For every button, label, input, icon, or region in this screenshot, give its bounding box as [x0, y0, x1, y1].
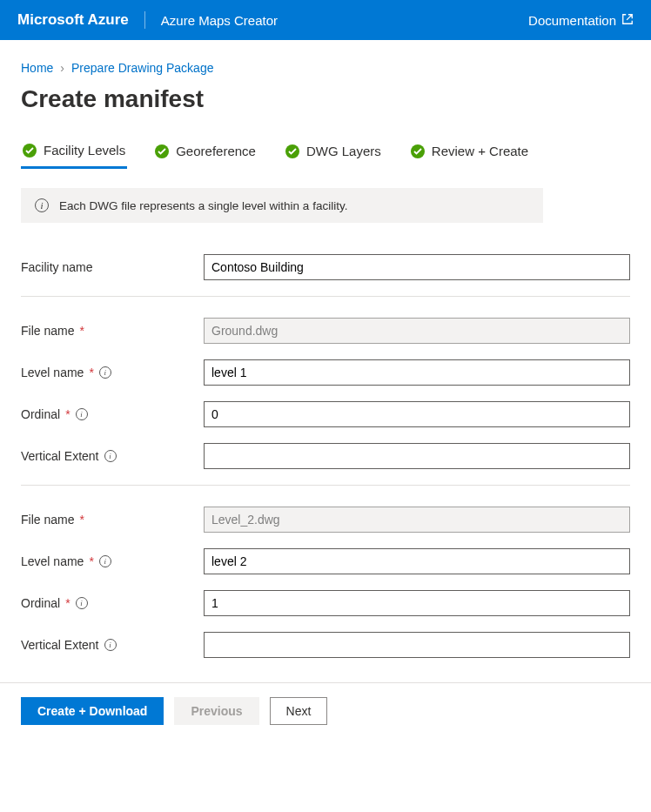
row-level-name: Level name* i — [21, 359, 630, 386]
tab-label: DWG Layers — [306, 144, 381, 158]
tab-dwg-layers[interactable]: DWG Layers — [284, 138, 383, 168]
tab-georeference[interactable]: Georeference — [153, 138, 258, 168]
facility-name-input[interactable] — [204, 254, 630, 280]
previous-button: Previous — [174, 697, 258, 725]
label-file-name: File name* — [21, 513, 204, 527]
breadcrumb: Home › Prepare Drawing Package — [21, 61, 630, 75]
row-file-name: File name* — [21, 318, 630, 344]
info-icon[interactable]: i — [104, 639, 117, 651]
row-ordinal: Ordinal* i — [21, 401, 630, 427]
check-circle-icon — [155, 144, 169, 158]
product-label: Azure Maps Creator — [161, 13, 278, 28]
file-name-input — [204, 318, 630, 344]
divider — [144, 11, 145, 29]
documentation-label: Documentation — [528, 13, 616, 28]
info-text: Each DWG file represents a single level … — [59, 199, 347, 212]
info-icon: i — [35, 198, 49, 212]
ordinal-input[interactable] — [204, 401, 630, 427]
separator — [21, 296, 630, 297]
breadcrumb-prepare[interactable]: Prepare Drawing Package — [71, 61, 213, 75]
row-vertical-extent: Vertical Extent i — [21, 632, 630, 658]
row-ordinal: Ordinal* i — [21, 590, 630, 616]
main-content: Home › Prepare Drawing Package Create ma… — [0, 40, 651, 658]
tab-review-create[interactable]: Review + Create — [409, 138, 530, 168]
required-marker: * — [65, 407, 70, 421]
required-marker: * — [79, 513, 84, 527]
tab-facility-levels[interactable]: Facility Levels — [21, 138, 127, 169]
check-circle-icon — [23, 144, 37, 158]
info-icon[interactable]: i — [99, 366, 111, 379]
tab-label: Georeference — [176, 144, 256, 158]
info-icon[interactable]: i — [104, 450, 117, 462]
ordinal-input[interactable] — [204, 590, 630, 616]
label-file-name: File name* — [21, 324, 204, 338]
level-name-input[interactable] — [204, 548, 630, 574]
label-facility-name: Facility name — [21, 260, 204, 274]
row-file-name: File name* — [21, 507, 630, 533]
label-level-name: Level name* i — [21, 554, 204, 568]
row-facility-name: Facility name — [21, 254, 630, 280]
level-name-input[interactable] — [204, 359, 630, 386]
label-ordinal: Ordinal* i — [21, 407, 204, 421]
top-bar: Microsoft Azure Azure Maps Creator Docum… — [0, 0, 651, 40]
required-marker: * — [65, 596, 70, 610]
required-marker: * — [89, 554, 93, 568]
required-marker: * — [89, 366, 93, 379]
separator — [21, 485, 630, 486]
info-icon[interactable]: i — [99, 555, 111, 567]
vertical-extent-input[interactable] — [204, 632, 630, 658]
label-ordinal: Ordinal* i — [21, 596, 204, 610]
check-circle-icon — [285, 144, 299, 158]
file-name-input — [204, 507, 630, 533]
info-icon[interactable]: i — [76, 597, 88, 609]
check-circle-icon — [411, 144, 425, 158]
next-button[interactable]: Next — [270, 697, 328, 725]
label-level-name: Level name* i — [21, 366, 204, 379]
page-title: Create manifest — [21, 85, 630, 113]
vertical-extent-input[interactable] — [204, 443, 630, 469]
external-link-icon — [621, 13, 634, 28]
documentation-link[interactable]: Documentation — [528, 13, 634, 28]
footer-bar: Create + Download Previous Next — [0, 682, 651, 751]
required-marker: * — [79, 324, 84, 338]
info-icon[interactable]: i — [76, 408, 88, 420]
row-level-name: Level name* i — [21, 548, 630, 574]
tab-label: Review + Create — [432, 144, 528, 158]
chevron-right-icon: › — [60, 61, 64, 75]
brand-label: Microsoft Azure — [17, 11, 129, 29]
tab-label: Facility Levels — [44, 143, 125, 158]
tabs: Facility Levels Georeference DWG Layers … — [21, 138, 630, 169]
label-vertical-extent: Vertical Extent i — [21, 638, 204, 652]
label-vertical-extent: Vertical Extent i — [21, 449, 204, 463]
info-banner: i Each DWG file represents a single leve… — [21, 188, 543, 223]
breadcrumb-home[interactable]: Home — [21, 61, 53, 75]
create-download-button[interactable]: Create + Download — [21, 697, 164, 725]
row-vertical-extent: Vertical Extent i — [21, 443, 630, 469]
